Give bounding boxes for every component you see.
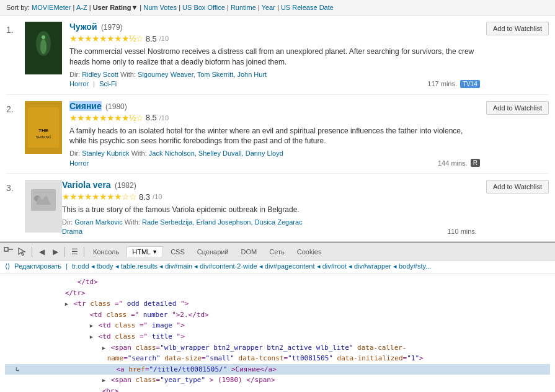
- movie-row: 2. THE SHINING Сияние (1980) ★★★★★★★★½☆ …: [6, 95, 549, 174]
- movie-title-link[interactable]: Чужой: [69, 22, 97, 32]
- director-link[interactable]: Goran Markovic: [74, 218, 123, 226]
- forward-icon[interactable]: ▶: [50, 246, 61, 257]
- movie-poster: [25, 22, 62, 74]
- tab-dom[interactable]: DOM: [236, 247, 262, 257]
- movie-credits: Dir: Stanley Kubrick With: Jack Nicholso…: [69, 149, 480, 157]
- movie-description: A family heads to an isolated hotel for …: [69, 126, 480, 147]
- watchlist-button[interactable]: Add to Watchlist: [486, 180, 549, 194]
- list-icon[interactable]: ☰: [69, 246, 80, 257]
- cast-link[interactable]: Jack Nicholson, Shelley Duvall, Danny Ll…: [149, 149, 283, 157]
- watchlist-button[interactable]: Add to Watchlist: [486, 101, 549, 115]
- breadcrumb-item[interactable]: div#wrapper: [354, 262, 391, 270]
- attr-content: data-initialized: [337, 354, 403, 362]
- breadcrumb-item[interactable]: tbody: [97, 262, 113, 270]
- breadcrumb-item[interactable]: body#sty...: [399, 262, 431, 270]
- html-line: ▶ <td class =" title ">: [5, 331, 550, 342]
- tag-content: <tr: [74, 300, 91, 308]
- tab-scenario[interactable]: Сценарий: [192, 247, 234, 257]
- sort-numvotes[interactable]: Num Votes: [143, 4, 177, 11]
- tab-network[interactable]: Сеть: [264, 247, 289, 257]
- sort-releasedate[interactable]: US Release Date: [281, 4, 334, 11]
- tag-content: </tr>: [65, 289, 86, 297]
- sort-year[interactable]: Year: [262, 4, 275, 11]
- expand-button[interactable]: ▶: [102, 344, 105, 352]
- expand-button[interactable]: ▶: [102, 376, 105, 385]
- html-highlighted-line[interactable]: ↳ <a href="/title/tt0081505/" >Сияние</a…: [5, 364, 550, 375]
- cast-link[interactable]: Sigourney Weaver, Tom Skerritt, John Hur…: [138, 71, 267, 78]
- cursor-icon[interactable]: [17, 246, 28, 257]
- back-icon[interactable]: ◀: [36, 246, 47, 257]
- tag-content: ">: [177, 321, 185, 329]
- breadcrumb-item[interactable]: div#content-2-wide: [200, 262, 257, 270]
- movie-runtime: 117 mins.: [427, 80, 460, 87]
- cursor-indicator: ⟨⟩: [5, 262, 10, 270]
- movie-credits: Dir: Goran Markovic With: Rade Serbedzij…: [62, 218, 480, 226]
- tag-content: <span: [111, 376, 136, 384]
- sort-runtime[interactable]: Runtime: [231, 4, 256, 11]
- cursor-pointer: ↳: [16, 365, 20, 373]
- devtools-toolbar: ◀ ▶ ☰ Консоль HTML ▼ CSS Сценарий DOM Се…: [0, 243, 555, 261]
- cast-link[interactable]: Rade Serbedzija, Erland Josephson, Dusic…: [142, 218, 303, 226]
- movie-meta: Drama 110 mins.: [62, 228, 480, 235]
- tab-console[interactable]: Консоль: [88, 247, 124, 257]
- movie-year: (1979): [101, 23, 123, 32]
- tag-content: </td>: [78, 278, 98, 286]
- movie-rating: 8.5: [146, 34, 157, 43]
- tab-html[interactable]: HTML ▼: [127, 246, 163, 257]
- sort-az[interactable]: A-Z: [76, 4, 87, 11]
- breadcrumb-item[interactable]: div#main: [165, 262, 192, 270]
- director-link[interactable]: Stanley Kubrick: [82, 149, 129, 157]
- dropdown-arrow: ▼: [152, 249, 158, 255]
- svg-point-3: [42, 35, 45, 39]
- val-content: title: [152, 332, 172, 341]
- html-line: <td class =" number ">2.</td>: [5, 310, 550, 321]
- inspect-icon[interactable]: [3, 246, 14, 257]
- sort-moviemeter[interactable]: MOVIEMeter: [32, 4, 71, 11]
- html-line: </td>: [5, 277, 550, 288]
- genre-link[interactable]: Horror: [69, 159, 89, 167]
- val-content: number: [143, 311, 168, 319]
- genre-link[interactable]: Drama: [62, 228, 82, 235]
- html-line: ▶ <tr class =" odd detailed ">: [5, 298, 550, 310]
- movie-rating-max: /10: [159, 35, 169, 42]
- genre-link[interactable]: Sci-Fi: [99, 80, 117, 87]
- movie-info: Variola vera (1982) ★★★★★★★★☆☆ 8.3 /10 T…: [62, 180, 480, 235]
- edit-button[interactable]: Редактировать: [14, 262, 61, 270]
- html-panel: </td> </tr> ▶ <tr class =" odd detailed …: [0, 274, 555, 392]
- movie-rating-max: /10: [153, 193, 162, 200]
- content-rating-badge: R: [471, 159, 480, 167]
- movie-row: 1. Чужой (1979) ★★★★★★★★½☆ 8.5 /10: [6, 16, 549, 95]
- movie-number: 1.: [6, 22, 25, 35]
- tab-cookies[interactable]: Cookies: [292, 247, 327, 257]
- breadcrumb-item[interactable]: div#root: [322, 262, 347, 270]
- tag-content: >Сияние</a>: [231, 365, 277, 373]
- expand-button[interactable]: ▶: [65, 300, 68, 308]
- movie-genres: Horror | Sci-Fi: [69, 80, 119, 87]
- attr-content: class: [135, 344, 156, 352]
- attr-content: data-caller-: [357, 344, 406, 352]
- sort-boxoffice[interactable]: US Box Office: [182, 4, 225, 11]
- movies-container: 1. Чужой (1979) ★★★★★★★★½☆ 8.5 /10: [0, 16, 555, 238]
- breadcrumb-item[interactable]: tr.odd: [72, 262, 89, 270]
- movie-title-link[interactable]: Сияние: [69, 101, 102, 111]
- attr-content: name: [107, 354, 124, 362]
- expand-button[interactable]: ▶: [90, 321, 93, 330]
- movie-rating: 8.3: [139, 192, 150, 202]
- movie-title-link[interactable]: Variola vera: [62, 180, 111, 190]
- tag-content: <td: [99, 321, 115, 329]
- tag-content: <td: [90, 311, 107, 319]
- watchlist-button[interactable]: Add to Watchlist: [486, 22, 549, 35]
- director-link[interactable]: Ridley Scott: [82, 71, 118, 78]
- tab-css[interactable]: CSS: [166, 247, 190, 257]
- breadcrumb-item[interactable]: table.results: [121, 262, 158, 270]
- genre-link[interactable]: Horror: [69, 80, 89, 87]
- tag-content: <td: [99, 332, 115, 341]
- movie-year: (1980): [105, 102, 127, 111]
- expand-button[interactable]: ▶: [90, 332, 93, 341]
- sort-userrating[interactable]: User Rating▼: [93, 4, 138, 11]
- breadcrumb-bar: ⟨⟩ Редактировать | tr.odd ◂ tbody ◂ tabl…: [0, 261, 555, 274]
- tag-content: =": [140, 321, 148, 329]
- breadcrumb-item[interactable]: div#pagecontent: [265, 262, 315, 270]
- movie-description: The commercial vessel Nostromo receives …: [69, 47, 480, 68]
- movie-genres: Drama: [62, 228, 85, 235]
